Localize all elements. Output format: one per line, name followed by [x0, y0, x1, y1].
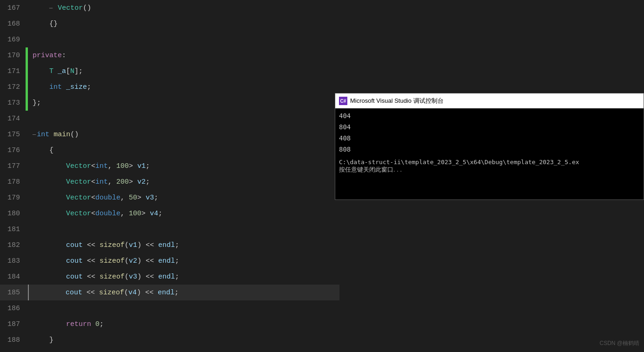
- code-content-171: T _a[N];: [28, 67, 339, 75]
- code-line-180: 180 Vector<double, 100> v4;: [0, 206, 339, 221]
- code-content-182: cout << sizeof(v1) << endl;: [28, 241, 339, 249]
- line-number-176: 176: [0, 146, 26, 154]
- code-content-176: {: [28, 146, 339, 154]
- line-number-174: 174: [0, 115, 26, 123]
- console-gap: [339, 155, 640, 159]
- line-number-186: 186: [0, 305, 26, 312]
- code-line-176: 176 {: [0, 142, 339, 158]
- code-line-168: 168 {}: [0, 16, 339, 32]
- green-bar-174: [26, 111, 28, 126]
- line-number-169: 169: [0, 36, 26, 44]
- code-content-173: };: [28, 99, 339, 107]
- code-content-170: private:: [28, 52, 339, 60]
- console-output-404: 404: [339, 110, 640, 121]
- line-number-171: 171: [0, 67, 26, 75]
- code-line-174: 174: [0, 111, 339, 126]
- watermark: CSDN @楠鹤晴: [599, 339, 639, 347]
- code-content-179: Vector<double, 50> v3;: [28, 194, 339, 202]
- code-content-185: cout << sizeof(v4) << endl;: [32, 289, 339, 297]
- line-number-180: 180: [0, 210, 26, 218]
- console-titlebar: C# Microsoft Visual Studio 调试控制台: [335, 93, 644, 108]
- code-content-178: Vector<int, 200> v2;: [28, 178, 339, 186]
- line-number-168: 168: [0, 20, 26, 28]
- line-number-187: 187: [0, 320, 26, 328]
- line-number-178: 178: [0, 178, 26, 186]
- code-line-175: 175 ─int main(): [0, 126, 339, 142]
- line-number-173: 173: [0, 99, 26, 107]
- code-content-184: cout << sizeof(v3) << endl;: [28, 273, 339, 281]
- code-line-186: 186: [0, 300, 339, 316]
- line-number-170: 170: [0, 52, 26, 60]
- line-number-179: 179: [0, 194, 26, 202]
- line-number-185: 185: [0, 289, 26, 297]
- console-output-804: 804: [339, 121, 640, 133]
- green-bar-181: [26, 221, 28, 237]
- code-line-184: 184 cout << sizeof(v3) << endl;: [0, 269, 339, 285]
- code-line-169: 169: [0, 32, 339, 47]
- code-line-167: 167 ─ Vector(): [0, 0, 339, 16]
- code-line-177: 177 Vector<int, 100> v1;: [0, 158, 339, 174]
- code-content-183: cout << sizeof(v2) << endl;: [28, 257, 339, 265]
- green-bar-186: [26, 300, 28, 316]
- console-output-408: 408: [339, 133, 640, 144]
- console-prompt: 按任意键关闭此窗口. . .: [339, 166, 640, 174]
- code-line-178: 178 Vector<int, 200> v2;: [0, 174, 339, 190]
- line-number-181: 181: [0, 226, 26, 233]
- code-line-172: 172 int _size;: [0, 79, 339, 95]
- code-content-168: {}: [28, 20, 339, 28]
- code-line-185: 185 cout << sizeof(v4) << endl;: [0, 285, 339, 300]
- code-line-179: 179 Vector<double, 50> v3;: [0, 190, 339, 206]
- code-content-172: int _size;: [28, 83, 339, 91]
- line-number-177: 177: [0, 162, 26, 170]
- code-line-188: 188 }: [0, 332, 339, 348]
- console-path: C:\data-struct-ii\template_2023_2_5\x64\…: [339, 159, 640, 166]
- code-content-167: ─ Vector(): [28, 4, 339, 12]
- code-line-183: 183 cout << sizeof(v2) << endl;: [0, 253, 339, 269]
- line-number-172: 172: [0, 83, 26, 91]
- code-line-182: 182 cout << sizeof(v1) << endl;: [0, 237, 339, 253]
- code-content-187: return 0;: [28, 320, 339, 328]
- console-title: Microsoft Visual Studio 调试控制台: [350, 97, 444, 105]
- code-line-181: 181: [0, 221, 339, 237]
- line-number-167: 167: [0, 4, 26, 12]
- code-content-180: Vector<double, 100> v4;: [28, 210, 339, 218]
- line-number-175: 175: [0, 131, 26, 139]
- code-content-177: Vector<int, 100> v1;: [28, 162, 339, 170]
- line-number-182: 182: [0, 241, 26, 249]
- code-line-173: 173 };: [0, 95, 339, 111]
- line-number-184: 184: [0, 273, 26, 281]
- line-number-188: 188: [0, 336, 26, 344]
- console-output-808: 808: [339, 144, 640, 155]
- green-bar-169: [26, 32, 28, 47]
- vs-icon: C#: [339, 97, 347, 105]
- line-number-183: 183: [0, 257, 26, 265]
- code-line-187: 187 return 0;: [0, 316, 339, 332]
- code-line-171: 171 T _a[N];: [0, 63, 339, 79]
- console-window[interactable]: C# Microsoft Visual Studio 调试控制台 404 804…: [335, 93, 644, 200]
- console-body: 404 804 408 808 C:\data-struct-ii\templa…: [335, 108, 644, 199]
- code-content-188: }: [28, 336, 339, 344]
- code-content-175: ─int main(): [28, 131, 339, 139]
- code-editor: 167 ─ Vector() 168 {} 169 170 private: 1…: [0, 0, 339, 352]
- code-line-170: 170 private:: [0, 47, 339, 63]
